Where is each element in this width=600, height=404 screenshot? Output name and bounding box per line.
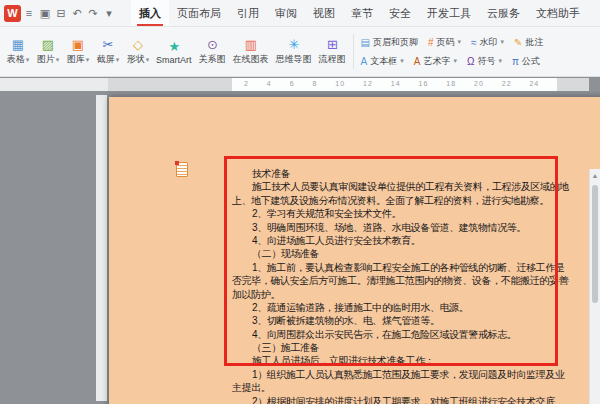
button-label: 公式	[522, 55, 540, 68]
vertical-scrollbar[interactable]: ▲	[589, 169, 600, 404]
insert-table-button[interactable]: ▦ 表格▾	[3, 29, 33, 74]
button-label: 表格	[7, 53, 25, 66]
ruler-numbers: 2 4 6 8 10 12 14 16 18 20 22 24	[244, 80, 539, 87]
chevron-down-icon: ▾	[400, 57, 404, 65]
chevron-down-icon: ▾	[501, 38, 505, 46]
smartart-button[interactable]: ★ SmartArt	[153, 29, 196, 74]
page-number-icon: #	[428, 37, 434, 48]
chevron-down-icon[interactable]: ▾	[101, 7, 117, 20]
text-box-icon: A	[361, 56, 368, 67]
picture-icon: ▨	[42, 37, 54, 53]
tab-doc-assistant[interactable]: 文档助手	[528, 0, 588, 26]
scrollbar-thumb[interactable]	[592, 185, 598, 303]
text-line[interactable]: 1）组织施工人员认真熟悉施工范围及施工要求，发现问题及时向监理及业	[232, 368, 562, 381]
button-label: SmartArt	[156, 55, 192, 65]
button-label: 形状	[127, 53, 145, 66]
wordart-icon: A	[414, 56, 421, 67]
mindmap-button[interactable]: ✳ 思维导图	[273, 29, 316, 74]
chevron-down-icon: ▾	[116, 56, 120, 64]
shapes-icon: ◇	[133, 37, 143, 53]
smartart-star-icon: ★	[168, 39, 180, 55]
header-footer-icon: ▤	[361, 37, 370, 48]
button-label: 思维导图	[276, 53, 312, 66]
symbol-button[interactable]: Ω 符号 ▾	[463, 54, 506, 69]
pi-formula-icon: π	[512, 56, 519, 67]
ribbon-tabs: 插入 页面布局 引用 审阅 视图 章节 安全 开发工具 云服务 文档助手	[131, 0, 588, 26]
button-label: 在线图表	[233, 53, 269, 66]
button-label: 截屏	[97, 53, 115, 66]
text-line[interactable]: 主提出。	[232, 381, 562, 394]
document-canvas: 技术准备 施工技术人员要认真审阅建设单位提供的工程有关资料，工程涉及区域的地 上…	[0, 91, 600, 404]
print-icon[interactable]: ⊟	[53, 7, 69, 20]
chevron-down-icon: ▾	[86, 56, 90, 64]
button-label: 流程图	[319, 53, 346, 66]
text-box-button[interactable]: A 文本框 ▾	[357, 54, 408, 69]
gallery-button[interactable]: ▣ 图库▾	[63, 29, 93, 74]
button-label: 图库	[67, 53, 85, 66]
wps-logo[interactable]: W	[4, 5, 21, 22]
button-label: 图片	[37, 53, 55, 66]
online-chart-button[interactable]: ▥ 在线图表	[230, 29, 273, 74]
tab-page-layout[interactable]: 页面布局	[169, 0, 229, 26]
tab-view[interactable]: 视图	[305, 0, 343, 26]
scissors-icon: ✂	[103, 37, 114, 53]
chevron-down-icon: ▾	[458, 38, 462, 46]
horizontal-ruler: 2 4 6 8 10 12 14 16 18 20 22 24	[0, 78, 589, 91]
app-menu-icon[interactable]: ≡	[21, 7, 37, 19]
relation-diagram-icon: ⊙	[207, 37, 218, 53]
redo-icon[interactable]: ↷	[85, 7, 101, 20]
shapes-button[interactable]: ◇ 形状▾	[123, 29, 153, 74]
button-label: 批注	[525, 36, 543, 49]
button-label: 文本框	[370, 55, 397, 68]
chevron-down-icon: ▾	[453, 57, 457, 65]
revision-mark-icon[interactable]	[176, 162, 188, 177]
flowchart-icon: ⊞	[327, 37, 338, 53]
title-bar: W ≡ ▣ ⊟ ↶ ↷ ▾ 插入 页面布局 引用 审阅 视图 章节 安全 开发工…	[0, 0, 600, 27]
watermark-icon: ≈	[471, 37, 477, 48]
save-icon[interactable]: ▣	[37, 7, 53, 20]
chevron-down-icon: ▾	[56, 56, 60, 64]
insert-ribbon: ▦ 表格▾ ▨ 图片▾ ▣ 图库▾ ✂ 截屏▾ ◇ 形状▾ ★ SmartArt…	[0, 27, 600, 77]
chevron-down-icon: ▾	[26, 56, 30, 64]
comment-pen-icon: ✎	[514, 37, 522, 48]
red-annotation-rectangle[interactable]	[224, 156, 558, 366]
relation-diagram-button[interactable]: ⊙ 关系图	[196, 29, 230, 74]
ribbon-separator	[353, 34, 354, 69]
table-icon: ▦	[12, 37, 24, 53]
button-label: 水印	[480, 36, 498, 49]
tab-insert[interactable]: 插入	[131, 0, 169, 26]
mindmap-icon: ✳	[289, 37, 300, 53]
button-label: 符号	[477, 55, 495, 68]
comment-button[interactable]: ✎ 批注	[510, 35, 547, 50]
tab-section[interactable]: 章节	[343, 0, 381, 26]
chevron-down-icon: ▾	[498, 57, 502, 65]
button-label: 页码	[437, 36, 455, 49]
text-line[interactable]: 2）根据时间安排的进度计划及工期要求，对施工班组进行安全技术交底。	[232, 395, 562, 404]
header-footer-button[interactable]: ▤ 页眉和页脚	[357, 35, 422, 50]
flowchart-button[interactable]: ⊞ 流程图	[316, 29, 350, 74]
tab-review[interactable]: 审阅	[267, 0, 305, 26]
undo-icon[interactable]: ↶	[69, 7, 85, 20]
page-number-button[interactable]: # 页码 ▾	[424, 35, 465, 50]
vertical-ruler	[96, 95, 107, 401]
scroll-up-icon[interactable]: ▲	[590, 169, 600, 182]
watermark-button[interactable]: ≈ 水印 ▾	[467, 35, 508, 50]
omega-symbol-icon: Ω	[467, 56, 474, 67]
tab-security[interactable]: 安全	[381, 0, 419, 26]
tab-developer[interactable]: 开发工具	[419, 0, 479, 26]
button-label: 页眉和页脚	[373, 36, 418, 49]
wordart-button[interactable]: A 艺术字 ▾	[410, 54, 461, 69]
tab-references[interactable]: 引用	[229, 0, 267, 26]
button-label: 艺术字	[423, 55, 450, 68]
chart-icon: ▥	[245, 37, 257, 53]
button-label: 关系图	[199, 53, 226, 66]
tab-cloud[interactable]: 云服务	[479, 0, 528, 26]
screenshot-button[interactable]: ✂ 截屏▾	[93, 29, 123, 74]
formula-button[interactable]: π 公式	[508, 54, 544, 69]
wps-writer-window: W ≡ ▣ ⊟ ↶ ↷ ▾ 插入 页面布局 引用 审阅 视图 章节 安全 开发工…	[0, 0, 600, 404]
gallery-icon: ▣	[72, 37, 84, 53]
chevron-down-icon: ▾	[146, 56, 150, 64]
insert-picture-button[interactable]: ▨ 图片▾	[33, 29, 63, 74]
